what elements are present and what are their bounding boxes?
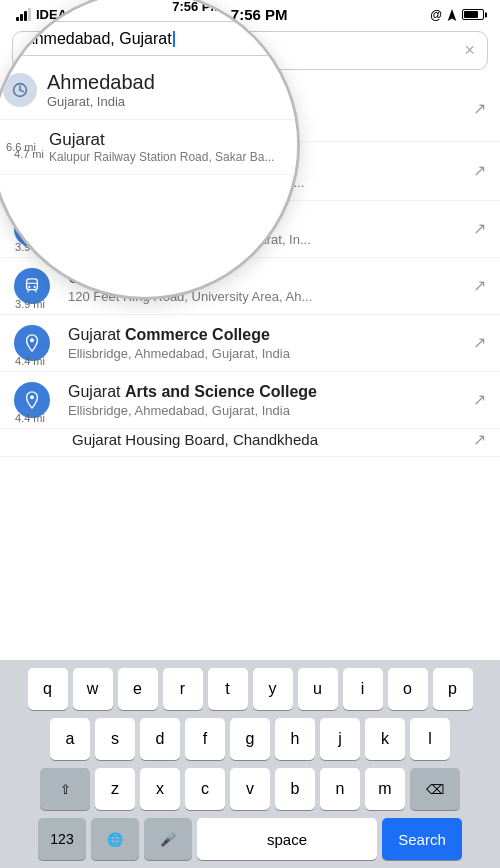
arrow-icon: ↗ <box>473 219 486 238</box>
result-text: Gujarat Kalupur Railway Station Road, Sa… <box>60 152 467 190</box>
keyboard-bottom-row: 123 🌐 🎤 space Search <box>4 818 496 860</box>
arrow-icon: ↗ <box>473 390 486 409</box>
arrow-icon: ↗ <box>473 99 486 118</box>
key-w[interactable]: w <box>73 668 113 710</box>
result-text: Ahmedabad Gujarat, India <box>60 86 467 131</box>
keyboard: q w e r t y u i o p a s d f g h j k l ⇧ … <box>0 660 500 868</box>
result-title: Gujarat University <box>68 211 467 232</box>
list-item[interactable]: Gujarat Arts and Science College Ellisbr… <box>0 372 500 429</box>
list-item[interactable]: Gujarat University 120 Feet Ring Road, U… <box>0 258 500 315</box>
key-v[interactable]: v <box>230 768 270 810</box>
arrow-icon: ↗ <box>473 276 486 295</box>
result-title: Gujarat University <box>68 268 467 289</box>
key-d[interactable]: d <box>140 718 180 760</box>
key-k[interactable]: k <box>365 718 405 760</box>
result-title: Gujarat Arts and Science College <box>68 382 467 403</box>
r1-distance: 4.7 mi <box>22 104 62 116</box>
back-button[interactable]: ‹ <box>25 41 32 61</box>
key-y[interactable]: y <box>253 668 293 710</box>
key-o[interactable]: o <box>388 668 428 710</box>
arrow-icon: ↗ <box>473 333 486 352</box>
shift-key[interactable]: ⇧ <box>40 768 90 810</box>
result-title: Gujarat Housing Board, Chandkheda <box>72 430 467 450</box>
search-input[interactable]: Ahmedabad, Gujarat <box>40 41 457 61</box>
result-subtitle: Ellisbridge, Ahmedabad, Gujarat, India <box>68 346 467 361</box>
keyboard-row-1: q w e r t y u i o p <box>4 668 496 710</box>
mic-key[interactable]: 🎤 <box>144 818 192 860</box>
key-m[interactable]: m <box>365 768 405 810</box>
list-item[interactable]: Gujarat Housing Board, Chandkheda ↗ <box>0 429 500 457</box>
key-r[interactable]: r <box>163 668 203 710</box>
status-time: 7:56 PM <box>231 6 288 23</box>
result-subtitle: Ellisbridge, Ahmedabad, Gujarat, India <box>68 403 467 418</box>
svg-point-16 <box>30 338 34 342</box>
result-distance: 6.6 mi <box>8 164 52 177</box>
list-item[interactable]: Gujarat University University Area, Ahme… <box>0 201 500 258</box>
key-n[interactable]: n <box>320 768 360 810</box>
key-b[interactable]: b <box>275 768 315 810</box>
key-s[interactable]: s <box>95 718 135 760</box>
svg-point-17 <box>30 395 34 399</box>
key-p[interactable]: p <box>433 668 473 710</box>
carrier-label: IDEA <box>36 7 67 22</box>
search-button[interactable]: Search <box>382 818 462 860</box>
svg-point-12 <box>34 286 36 288</box>
signal-icon <box>16 9 31 21</box>
space-key[interactable]: space <box>197 818 377 860</box>
result-distance: 4.4 mi <box>8 412 52 424</box>
key-e[interactable]: e <box>118 668 158 710</box>
list-item[interactable]: Ahmedabad Gujarat, India ↗ <box>0 76 500 142</box>
key-u[interactable]: u <box>298 668 338 710</box>
globe-key[interactable]: 🌐 <box>91 818 139 860</box>
result-subtitle: Kalupur Railway Station Road, Sakar Ba..… <box>60 175 467 190</box>
clear-button[interactable]: × <box>464 40 475 61</box>
key-i[interactable]: i <box>343 668 383 710</box>
result-text: Gujarat Housing Board, Chandkheda <box>72 430 467 450</box>
list-item[interactable]: 6.6 mi Gujarat Kalupur Railway Station R… <box>0 142 500 201</box>
svg-rect-10 <box>27 279 38 290</box>
key-a[interactable]: a <box>50 718 90 760</box>
delete-key[interactable]: ⌫ <box>410 768 460 810</box>
key-z[interactable]: z <box>95 768 135 810</box>
key-x[interactable]: x <box>140 768 180 810</box>
result-distance: 4.4 mi <box>8 355 52 367</box>
result-distance: 3.9 mi <box>8 298 52 310</box>
result-title: Gujarat <box>60 152 467 175</box>
result-text: Gujarat University University Area, Ahme… <box>68 211 467 247</box>
svg-point-6 <box>34 229 36 231</box>
arrow-icon: ↗ <box>473 161 486 180</box>
svg-point-5 <box>28 229 30 231</box>
key-h[interactable]: h <box>275 718 315 760</box>
battery-icon <box>462 9 484 20</box>
result-subtitle: University Area, Ahmedabad, Gujarat, In.… <box>68 232 467 247</box>
result-subtitle: 120 Feet Ring Road, University Area, Ah.… <box>68 289 467 304</box>
key-l[interactable]: l <box>410 718 450 760</box>
keyboard-row-2: a s d f g h j k l <box>4 718 496 760</box>
wifi-icon <box>72 9 88 21</box>
at-icon: @ <box>430 8 442 22</box>
key-g[interactable]: g <box>230 718 270 760</box>
key-j[interactable]: j <box>320 718 360 760</box>
svg-marker-0 <box>448 9 457 21</box>
result-text: Gujarat University 120 Feet Ring Road, U… <box>68 268 467 304</box>
search-bar: ‹ Ahmedabad, Gujarat × <box>12 31 488 70</box>
numbers-key[interactable]: 123 <box>38 818 86 860</box>
result-title: Ahmedabad <box>60 86 467 115</box>
result-subtitle: Gujarat, India <box>60 115 467 131</box>
status-bar: IDEA 7:56 PM @ <box>0 0 500 27</box>
result-title: Gujarat Commerce College <box>68 325 467 346</box>
result-distance: 3.9 mi <box>8 241 52 253</box>
location-icon <box>447 9 457 21</box>
key-c[interactable]: c <box>185 768 225 810</box>
svg-rect-4 <box>27 222 38 233</box>
key-f[interactable]: f <box>185 718 225 760</box>
result-text: Gujarat Arts and Science College Ellisbr… <box>68 382 467 418</box>
result-text: Gujarat Commerce College Ellisbridge, Ah… <box>68 325 467 361</box>
list-item[interactable]: Gujarat Commerce College Ellisbridge, Ah… <box>0 315 500 372</box>
status-right: @ <box>430 8 484 22</box>
key-t[interactable]: t <box>208 668 248 710</box>
status-left: IDEA <box>16 7 88 22</box>
key-q[interactable]: q <box>28 668 68 710</box>
svg-point-11 <box>28 286 30 288</box>
arrow-icon: ↗ <box>473 430 486 449</box>
